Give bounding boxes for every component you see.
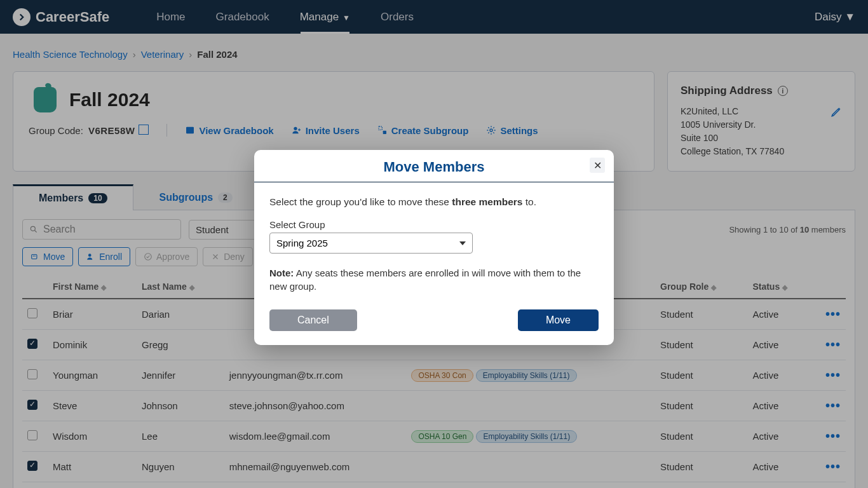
move-button[interactable]: Move [518,309,599,331]
modal-overlay: Move Members ✕ Select the group you'd li… [0,0,868,488]
move-members-modal: Move Members ✕ Select the group you'd li… [254,150,614,345]
modal-title: Move Members [384,159,485,175]
select-group-dropdown[interactable]: Spring 2025 [269,233,473,254]
modal-note: Note: Any seats these members are enroll… [269,266,599,293]
select-group-label: Select Group [269,219,599,230]
close-icon[interactable]: ✕ [590,158,605,173]
cancel-button[interactable]: Cancel [269,309,357,331]
modal-prompt: Select the group you'd like to move thes… [269,196,599,208]
